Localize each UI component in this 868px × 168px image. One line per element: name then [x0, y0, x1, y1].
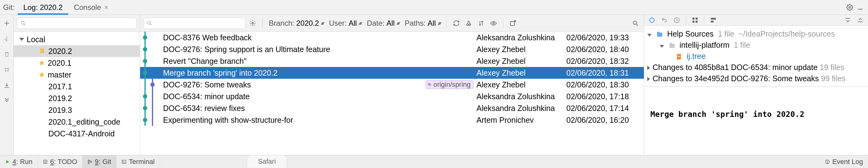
commit-row[interactable]: DOC-6534: review fixesAleksandra Zolushk…	[140, 102, 644, 114]
branch-item[interactable]: DOC-4317-Android	[13, 128, 140, 139]
filter-user[interactable]: User: All▴▾	[327, 19, 363, 28]
folder-icon	[669, 42, 677, 49]
filter-branch[interactable]: Branch: 2020.2▴▾	[267, 19, 325, 28]
commit-author: Alexey Zhebel	[476, 68, 566, 77]
branch-item[interactable]: 2020.2	[13, 45, 140, 57]
filter-date[interactable]: Date: All▴▾	[365, 19, 401, 28]
branches-search-input[interactable]	[17, 18, 137, 29]
tree-folder[interactable]: intellij-platform 1 file	[647, 39, 865, 51]
svg-line-7	[151, 24, 152, 25]
commit-row[interactable]: DOC-8376 Web feedbackAleksandra Zolushki…	[140, 32, 644, 43]
commit-row[interactable]: Experimenting with show-structure-forArt…	[140, 114, 644, 126]
git-toolwindow-button[interactable]: 9: Git	[83, 155, 117, 168]
layout-icon[interactable]	[708, 15, 719, 25]
svg-line-5	[24, 24, 25, 25]
tree-file[interactable]: ij.tree	[647, 51, 865, 62]
svg-rect-32	[657, 33, 662, 37]
branch-item[interactable]: ★2020.1	[13, 57, 140, 69]
details-panel: Help Sources 1 file ~/IdeaProjects/help-…	[644, 15, 868, 155]
branch-tag[interactable]: origin/spring	[426, 80, 473, 89]
svg-rect-37	[678, 57, 680, 57]
branch-item[interactable]: 2019.3	[13, 104, 140, 116]
event-log-button[interactable]: Event Log	[820, 155, 868, 168]
branches-root[interactable]: Local	[13, 33, 140, 45]
branch-label: 2019.3	[49, 106, 72, 115]
commit-message: DOC-6534: minor update	[163, 92, 476, 101]
cherry-pick-icon[interactable]	[463, 18, 474, 29]
svg-rect-26	[692, 21, 694, 23]
compare-icon[interactable]	[2, 64, 12, 75]
plus-icon[interactable]	[2, 18, 12, 29]
delete-icon[interactable]	[2, 49, 12, 60]
commit-author: Alexey Zhebel	[476, 57, 566, 66]
commit-author: Aleksandra Zolushkina	[476, 92, 566, 101]
commit-row[interactable]: Merge branch 'spring' into 2020.2Alexey …	[140, 67, 644, 79]
branch-label: 2020.1	[48, 59, 71, 68]
minimize-icon[interactable]	[855, 2, 866, 13]
commit-row[interactable]: DOC-9276: Spring support is an Ultimate …	[140, 43, 644, 55]
svg-point-8	[252, 22, 254, 24]
branches-root-label: Local	[27, 35, 45, 44]
commit-message: DOC-9276: Spring support is an Ultimate …	[163, 45, 476, 54]
bottom-toolbar: 4: Run 6: TODO 9: Git Terminal Safari Ev…	[0, 155, 868, 168]
fetch-icon[interactable]	[2, 80, 12, 91]
commit-author: Alexey Zhebel	[476, 45, 566, 54]
svg-point-4	[21, 21, 24, 24]
group-icon[interactable]	[690, 15, 700, 25]
terminal-toolwindow-button[interactable]: Terminal	[117, 155, 160, 168]
find-icon[interactable]	[630, 18, 641, 29]
filter-settings-icon[interactable]	[247, 18, 258, 29]
collapse-icon[interactable]	[855, 15, 866, 25]
tab-console[interactable]: Console ×	[68, 0, 114, 14]
svg-point-0	[849, 6, 850, 8]
commits-panel: Branch: 2020.2▴▾ User: All▴▾ Date: All▴▾…	[140, 15, 644, 155]
branch-item[interactable]: 2020.1_editing_code	[13, 116, 140, 128]
commit-row[interactable]: Revert "Change branch"Alexey Zhebel02/06…	[140, 55, 644, 67]
todo-toolwindow-button[interactable]: 6: TODO	[38, 155, 83, 168]
svg-rect-43	[122, 160, 126, 163]
commit-title: Merge branch 'spring' into 2020.2	[650, 110, 862, 119]
changes-group[interactable]: Changes to 34e4952d DOC-9276: Some tweak…	[647, 73, 865, 84]
filter-paths[interactable]: Paths: All▴▾	[403, 19, 442, 28]
safari-tab[interactable]: Safari	[247, 155, 287, 168]
svg-rect-39	[44, 160, 47, 163]
commit-message: Revert "Change branch"	[163, 57, 476, 66]
branch-item[interactable]: 2017.1	[13, 80, 140, 92]
close-icon[interactable]: ×	[104, 3, 108, 11]
refresh-icon[interactable]	[451, 18, 462, 29]
new-tab-icon[interactable]	[508, 18, 518, 29]
run-toolwindow-button[interactable]: 4: Run	[0, 155, 38, 168]
file-icon	[676, 53, 684, 60]
branches-search-row	[13, 15, 140, 32]
commit-author: Artem Pronichev	[476, 115, 566, 125]
checkout-icon[interactable]	[2, 33, 12, 44]
expand-icon[interactable]	[843, 15, 853, 25]
commit-row[interactable]: DOC-6534: minor updateAleksandra Zolushk…	[140, 91, 644, 102]
changes-group[interactable]: Changes to 4085b8a1 DOC-6534: minor upda…	[647, 62, 865, 73]
svg-point-11	[493, 22, 494, 24]
gear-icon[interactable]	[844, 2, 855, 13]
tab-log-label: Log: 2020.2	[23, 3, 63, 12]
tree-root[interactable]: Help Sources 1 file ~/IdeaProjects/help-…	[647, 28, 865, 39]
toolwindow-header: Git: Log: 2020.2 Console ×	[0, 0, 868, 15]
branch-item[interactable]: ★master	[13, 69, 140, 80]
commit-date: 02/06/2020, 18:30	[566, 80, 641, 89]
commit-date: 02/06/2020, 17:18	[566, 92, 641, 101]
more-icon[interactable]	[2, 96, 12, 106]
commit-author: Alexey Zhebel	[476, 80, 566, 89]
svg-rect-12	[510, 22, 515, 25]
branch-item[interactable]: 2019.2	[13, 92, 140, 104]
history-icon[interactable]	[672, 15, 682, 25]
commits-search-input[interactable]	[143, 18, 246, 29]
commit-message: Experimenting with show-structure-for	[163, 115, 476, 125]
locate-icon[interactable]	[647, 15, 657, 25]
eye-icon[interactable]	[488, 18, 499, 29]
commit-date: 02/06/2020, 19:33	[566, 33, 641, 42]
sort-icon[interactable]	[476, 18, 486, 29]
commit-row[interactable]: DOC-9276: Some tweaksorigin/springAlexey…	[140, 79, 644, 91]
svg-rect-27	[695, 21, 698, 23]
tab-log[interactable]: Log: 2020.2	[18, 0, 68, 14]
undo-icon[interactable]	[659, 15, 670, 25]
svg-rect-24	[692, 18, 694, 20]
commit-list[interactable]: DOC-8376 Web feedbackAleksandra Zolushki…	[140, 32, 644, 155]
